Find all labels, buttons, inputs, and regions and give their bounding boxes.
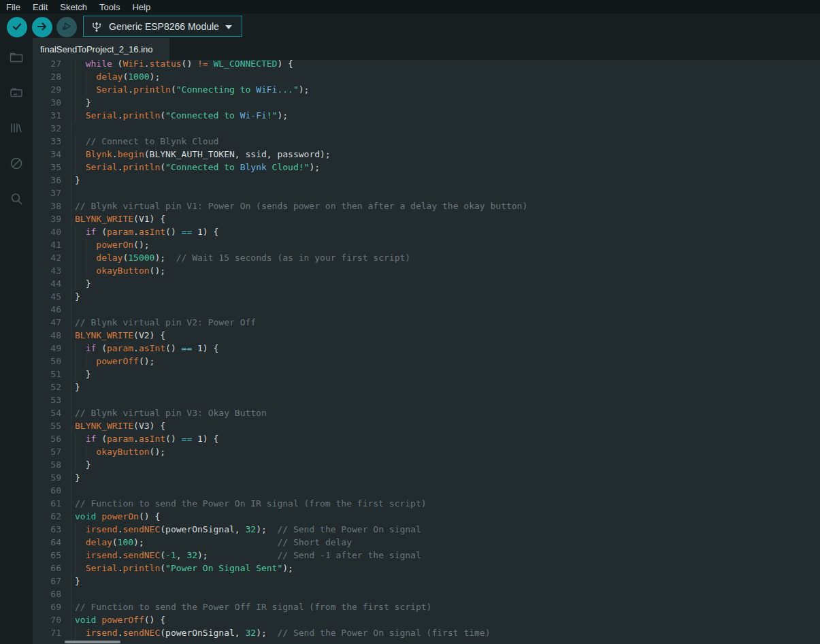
line-number: 36: [33, 174, 61, 187]
line-number: 66: [33, 562, 61, 575]
code-line: 55BLYNK_WRITE(V3) {: [33, 419, 820, 432]
code-line: 68: [33, 587, 820, 600]
code-line: 35 Serial.println("Connected to Blynk Cl…: [33, 161, 820, 174]
tab-bar: finalSendToProject_2_16.ino: [33, 38, 820, 60]
code-line: 46: [33, 303, 820, 316]
tab-label: finalSendToProject_2_16.ino: [40, 44, 153, 54]
line-number: 55: [33, 419, 61, 432]
code-line: 64 delay(100); // Short delay: [33, 536, 820, 549]
line-number: 56: [33, 432, 61, 445]
debug-play-icon: [61, 20, 73, 35]
line-number: 27: [33, 60, 61, 70]
toolbar: Generic ESP8266 Module: [0, 14, 820, 38]
line-number: 52: [33, 381, 61, 393]
line-number: 31: [33, 109, 61, 122]
code-line: 40 if (param.asInt() == 1) {: [33, 225, 820, 238]
line-number: 53: [33, 393, 61, 406]
code-line: 45}: [33, 290, 820, 303]
boards-manager-icon[interactable]: [9, 85, 24, 100]
usb-icon: [91, 20, 102, 33]
code-line: 69// Function to send the Power Off IR s…: [33, 600, 820, 613]
code-line: 30 }: [33, 96, 820, 109]
line-number: 57: [33, 445, 61, 458]
sketchbook-icon[interactable]: [9, 50, 24, 65]
library-manager-icon[interactable]: [9, 120, 24, 135]
arrow-right-icon: [36, 20, 48, 35]
line-number: 65: [33, 549, 61, 562]
line-number: 41: [33, 238, 61, 251]
horizontal-scrollbar-thumb[interactable]: [65, 641, 120, 643]
line-number: 49: [33, 342, 61, 355]
code-line: 43 okayButton();: [33, 264, 820, 277]
code-line: 61// Function to send the Power On IR si…: [33, 497, 820, 510]
code-line: 41 powerOn();: [33, 238, 820, 251]
code-line: 37: [33, 187, 820, 199]
line-number: 67: [33, 575, 61, 587]
code-line: 49 if (param.asInt() == 1) {: [33, 342, 820, 355]
line-number: 30: [33, 96, 61, 109]
line-number: 50: [33, 355, 61, 368]
line-number: 54: [33, 406, 61, 419]
line-number: 32: [33, 122, 61, 135]
tab-sketch-file[interactable]: finalSendToProject_2_16.ino: [33, 38, 169, 60]
board-selector-dropdown[interactable]: Generic ESP8266 Module: [83, 16, 242, 37]
code-line: 36}: [33, 174, 820, 187]
code-line: 33 // Connect to Blynk Cloud: [33, 135, 820, 148]
line-number: 46: [33, 303, 61, 316]
menu-item-sketch[interactable]: Sketch: [54, 0, 93, 14]
code-editor[interactable]: 27 while (WiFi.status() != WL_CONNECTED)…: [33, 60, 820, 644]
code-line: 39BLYNK_WRITE(V1) {: [33, 212, 820, 225]
code-line: 71 irsend.sendNEC(powerOnSignal, 32); //…: [33, 626, 820, 639]
line-number: 28: [33, 70, 61, 83]
code-line: 50 powerOff();: [33, 355, 820, 368]
code-line: 53: [33, 393, 820, 406]
code-line: 27 while (WiFi.status() != WL_CONNECTED)…: [33, 60, 820, 70]
line-number: 34: [33, 148, 61, 161]
menu-item-tools[interactable]: Tools: [93, 0, 126, 14]
code-line: 60: [33, 484, 820, 497]
line-number: 62: [33, 510, 61, 523]
line-number: 48: [33, 329, 61, 342]
code-line: 66 Serial.println("Power On Signal Sent"…: [33, 562, 820, 575]
line-number: 40: [33, 225, 61, 238]
code-line: 44 }: [33, 277, 820, 290]
menu-item-help[interactable]: Help: [126, 0, 157, 14]
code-line: 32: [33, 122, 820, 135]
code-line: 70void powerOff() {: [33, 613, 820, 626]
code-line: 58 }: [33, 458, 820, 471]
debug-icon[interactable]: [9, 156, 24, 171]
code-line: 65 irsend.sendNEC(-1, 32); // Send -1 af…: [33, 549, 820, 562]
code-line: 63 irsend.sendNEC(powerOnSignal, 32); //…: [33, 523, 820, 536]
line-number: 42: [33, 251, 61, 264]
line-number: 39: [33, 212, 61, 225]
line-number: 38: [33, 199, 61, 212]
activity-sidebar: [0, 38, 33, 644]
verify-button[interactable]: [7, 17, 27, 37]
code-line: 38// Blynk virtual pin V1: Power On (sen…: [33, 199, 820, 212]
code-line: 54// Blynk virtual pin V3: Okay Button: [33, 406, 820, 419]
code-line: 59}: [33, 471, 820, 484]
line-number: 29: [33, 83, 61, 96]
code-line: 62void powerOn() {: [33, 510, 820, 523]
line-number: 47: [33, 316, 61, 329]
code-line: 52}: [33, 381, 820, 393]
line-number: 35: [33, 161, 61, 174]
search-icon[interactable]: [9, 191, 24, 206]
menu-item-edit[interactable]: Edit: [27, 0, 54, 14]
code-line: 47// Blynk virtual pin V2: Power Off: [33, 316, 820, 329]
upload-button[interactable]: [32, 17, 52, 37]
board-selector-label: Generic ESP8266 Module: [109, 21, 219, 32]
line-number: 68: [33, 587, 61, 600]
code-line: 67}: [33, 575, 820, 587]
check-icon: [11, 20, 23, 35]
line-number: 60: [33, 484, 61, 497]
code-line: 51 }: [33, 368, 820, 381]
chevron-down-icon: [225, 25, 232, 29]
line-number: 43: [33, 264, 61, 277]
line-number: 70: [33, 613, 61, 626]
line-number: 37: [33, 187, 61, 199]
code-line: 28 delay(1000);: [33, 70, 820, 83]
code-line: 57 okayButton();: [33, 445, 820, 458]
menu-item-file[interactable]: File: [0, 0, 27, 14]
debug-button[interactable]: [56, 17, 77, 37]
